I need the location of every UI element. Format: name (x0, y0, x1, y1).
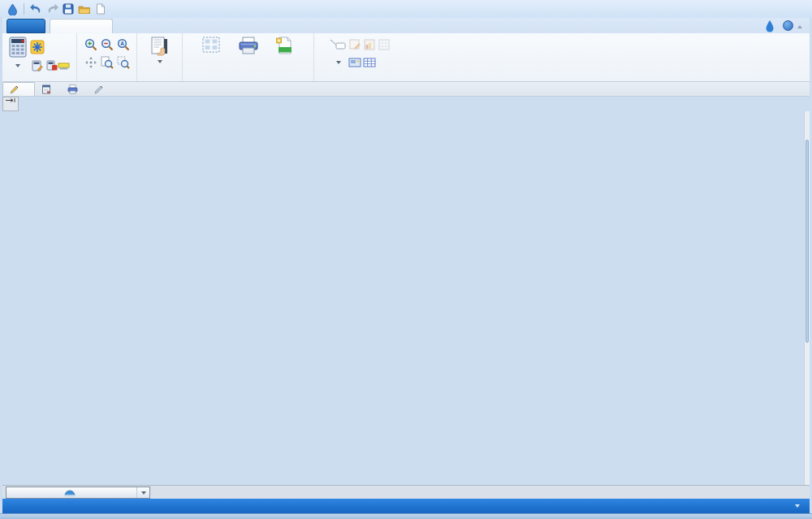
quick-access-toolbar (0, 2, 107, 15)
ribbon-group-view: A (77, 33, 137, 81)
table-grid-icon (363, 58, 376, 67)
label-callout-icon (329, 38, 347, 51)
zoom-selection-button[interactable] (117, 56, 130, 69)
pencil-icon (10, 84, 19, 94)
collapse-ribbon-icon[interactable] (797, 24, 803, 28)
group-label-windows (137, 70, 182, 81)
app-window: A (0, 0, 812, 519)
printer-icon (238, 37, 259, 54)
calc-delete-icon (46, 60, 58, 71)
general-data-icon (41, 84, 51, 94)
printouts-icon (67, 84, 78, 94)
level-bar (2, 485, 810, 499)
calculations-dropdown[interactable] (15, 64, 20, 67)
delete-calc-button[interactable] (46, 60, 58, 71)
windows-dropdown[interactable] (158, 60, 162, 63)
table-insert-button[interactable] (378, 39, 391, 50)
ribbon-group-printout (183, 33, 314, 81)
vertical-scrollbar[interactable] (804, 111, 810, 485)
open-button[interactable] (78, 2, 91, 15)
ribbon-group-windows (137, 33, 183, 81)
zoom-out-icon (101, 38, 114, 51)
storey-icon (64, 489, 76, 496)
edit-label-button[interactable] (349, 39, 361, 50)
group-label-calculations (2, 73, 76, 81)
ribbon: A (2, 33, 810, 82)
app-icon[interactable] (6, 2, 19, 15)
storey-dropdown-arrow[interactable] (136, 487, 149, 498)
label-dropdown-button[interactable] (335, 61, 341, 64)
zoom-page-icon (101, 56, 114, 69)
label-callout-button[interactable] (329, 38, 347, 51)
ribbon-group-labels (314, 33, 405, 81)
group-label-view (77, 71, 136, 81)
save-button[interactable] (62, 2, 75, 15)
calculator-icon (9, 37, 27, 58)
zoom-all-button[interactable]: A (117, 38, 130, 51)
highlight-calc-button[interactable] (58, 61, 70, 71)
snowflake-icon (30, 40, 45, 54)
titlebar (0, 0, 812, 18)
tab-general-data[interactable] (35, 82, 61, 96)
windows-button[interactable] (149, 36, 171, 58)
zoom-in-icon (84, 38, 97, 51)
zoom-page-button[interactable] (101, 56, 114, 69)
ribbon-tab-row (2, 18, 810, 33)
toolbar-separator (24, 3, 24, 15)
group-label-printout (183, 70, 313, 81)
export-dwg-icon (275, 37, 295, 54)
image-frame-button[interactable] (348, 58, 361, 67)
storey-selector[interactable] (6, 487, 150, 499)
table-grid-button[interactable] (363, 58, 376, 67)
edit-label-icon (349, 39, 361, 50)
pan-button[interactable] (84, 56, 97, 69)
edit-calc-button[interactable] (32, 60, 43, 71)
yellow-bar-icon (58, 61, 70, 71)
undo-button[interactable] (29, 2, 42, 15)
insert-page-layout-button[interactable] (199, 36, 223, 55)
horizontal-ruler (0, 97, 812, 111)
tab-3d-view[interactable] (88, 82, 114, 96)
status-bar (2, 499, 810, 513)
drawing-canvas[interactable] (0, 111, 812, 485)
tab-2d-editor[interactable] (2, 82, 35, 96)
table-insert-icon (378, 39, 391, 50)
image-frame-icon (348, 58, 361, 67)
insert-page-layout-icon (201, 37, 221, 54)
brand-area (765, 18, 803, 33)
tab-printouts[interactable] (61, 82, 88, 96)
zoom-all-icon: A (117, 38, 130, 51)
zoom-selection-icon (117, 56, 130, 69)
ribbon-group-calculations (2, 33, 77, 81)
redo-button[interactable] (45, 2, 58, 15)
zoom-out-button[interactable] (101, 38, 114, 51)
zoom-in-button[interactable] (84, 38, 97, 51)
toggles-dropdown-icon[interactable] (795, 504, 800, 508)
legend-button[interactable] (364, 39, 376, 50)
calc-edit-icon (32, 60, 43, 71)
calculations-button[interactable] (9, 37, 27, 58)
refrigeration-calc-button[interactable] (30, 40, 45, 54)
help-icon[interactable] (783, 20, 793, 31)
ruler-units-box[interactable] (2, 97, 19, 111)
file-tab[interactable] (6, 19, 45, 33)
print-button[interactable] (235, 36, 261, 55)
pan-icon (84, 56, 97, 69)
group-label-labels (314, 71, 405, 81)
ruler-arrow-icon (5, 97, 16, 103)
view-3d-icon (94, 84, 104, 94)
svg-text:A: A (120, 41, 124, 46)
scrollbar-thumb[interactable] (806, 140, 809, 343)
window-bottom-edge (0, 513, 812, 519)
main-tools-tab[interactable] (50, 19, 113, 33)
document-tabs (2, 82, 810, 97)
legend-icon (364, 39, 376, 50)
new-file-button[interactable] (94, 2, 107, 15)
export-dxf-dwg-button[interactable] (273, 36, 297, 55)
instalsoft-drop-icon (765, 19, 775, 32)
windows-icon (149, 36, 171, 58)
